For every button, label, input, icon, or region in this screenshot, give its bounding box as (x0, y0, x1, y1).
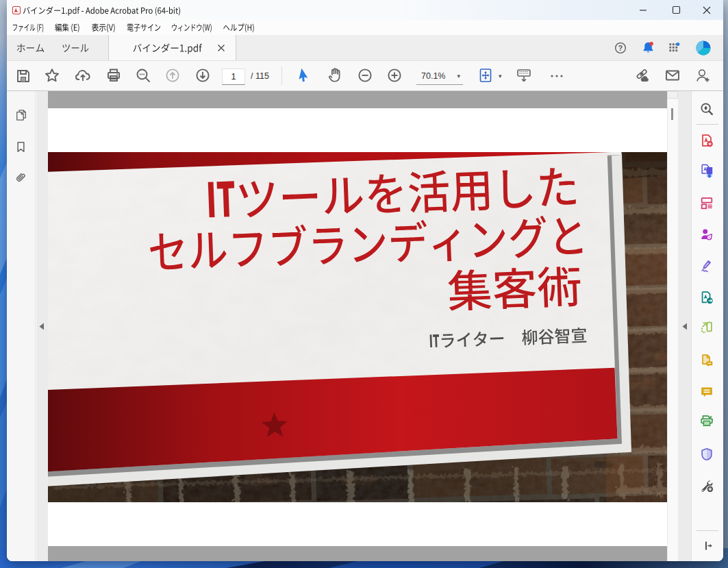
svg-text:?: ? (618, 45, 623, 52)
